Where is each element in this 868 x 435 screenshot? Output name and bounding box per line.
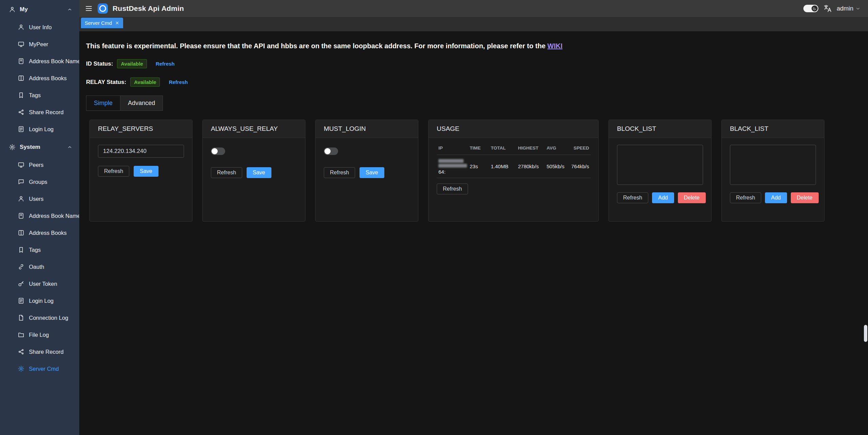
chevron-up-icon[interactable] <box>67 7 72 12</box>
sidebar-item-user-token[interactable]: User Token <box>0 275 79 292</box>
wiki-link[interactable]: WIKI <box>547 42 562 50</box>
sidebar-item-mypeer[interactable]: MyPeer <box>0 36 79 53</box>
save-button[interactable]: Save <box>360 167 384 178</box>
sidebar-item-user-info[interactable]: User Info <box>0 19 79 36</box>
sidebar-item-address-book-names[interactable]: Address Book Names <box>0 207 79 224</box>
refresh-button[interactable]: Refresh <box>324 167 355 178</box>
card-usage: USAGE IP TIME TOTAL <box>428 120 599 222</box>
sidebar-item-share-record-system[interactable]: Share Record <box>0 343 79 360</box>
always-use-relay-toggle[interactable] <box>211 147 225 155</box>
tab-simple[interactable]: Simple <box>86 95 120 111</box>
user-icon <box>18 195 24 202</box>
sidebar-item-connection-log[interactable]: Connection Log <box>0 309 79 326</box>
sidebar-item-server-cmd[interactable]: Server Cmd <box>0 360 79 377</box>
must-login-toggle[interactable] <box>324 147 338 155</box>
books-icon <box>18 75 24 82</box>
sidebar-item-label: Address Book Names <box>29 213 79 219</box>
add-button[interactable]: Add <box>652 192 674 203</box>
sidebar-item-groups[interactable]: Groups <box>0 173 79 190</box>
toggle-knob <box>324 148 331 154</box>
sidebar-section-label: System <box>20 144 40 151</box>
status-badge: Available <box>117 59 147 68</box>
sidebar-item-label: Login Log <box>29 126 54 133</box>
sidebar-item-label: Users <box>29 196 44 202</box>
card-block-list: BLOCK_LIST Refresh Add Delete <box>608 120 712 222</box>
sidebar-item-address-books[interactable]: Address Books <box>0 70 79 87</box>
bookmark-icon <box>18 246 24 253</box>
sidebar-section-label: My <box>20 6 28 13</box>
sidebar-item-login-log[interactable]: Login Log <box>0 121 79 138</box>
block-list-textarea[interactable] <box>617 145 703 185</box>
user-menu[interactable]: admin <box>837 5 861 12</box>
sidebar-item-label: Login Log <box>29 298 54 304</box>
scrollbar-thumb[interactable] <box>864 325 867 342</box>
books-icon <box>18 229 24 236</box>
sidebar-item-label: Tags <box>29 247 41 253</box>
usage-avg-cell: 505kb/s <box>545 155 566 178</box>
tab-advanced[interactable]: Advanced <box>120 95 163 111</box>
id-status-refresh-link[interactable]: Refresh <box>156 61 175 67</box>
chevron-up-icon[interactable] <box>67 144 72 150</box>
card-always-use-relay: ALWAYS_USE_RELAY Refresh Save <box>202 120 305 222</box>
toggle-knob <box>812 5 818 12</box>
save-button[interactable]: Save <box>247 167 271 178</box>
card-title: ALWAYS_USE_RELAY <box>203 120 305 138</box>
monitor-icon <box>18 161 24 168</box>
sidebar-item-label: Groups <box>29 179 47 185</box>
relay-status-label: RELAY Status: <box>86 79 126 86</box>
refresh-button[interactable]: Refresh <box>617 192 648 203</box>
refresh-button[interactable]: Refresh <box>98 166 129 177</box>
toggle-knob <box>212 148 218 154</box>
close-icon[interactable] <box>115 21 119 25</box>
sidebar-item-address-books-system[interactable]: Address Books <box>0 224 79 241</box>
sidebar-item-label: User Info <box>29 24 52 31</box>
add-button[interactable]: Add <box>765 192 787 203</box>
sidebar-section-system[interactable]: System <box>0 138 79 156</box>
usage-ip-tail: 64: <box>438 169 466 175</box>
refresh-button[interactable]: Refresh <box>211 167 242 178</box>
sidebar-item-label: Address Books <box>29 230 67 236</box>
key-icon <box>18 280 24 287</box>
monitor-icon <box>18 41 24 48</box>
sidebar-item-users[interactable]: Users <box>0 190 79 207</box>
usage-highest-cell: 2780kb/s <box>516 155 545 178</box>
sidebar-item-tags-system[interactable]: Tags <box>0 241 79 258</box>
sidebar-item-label: File Log <box>29 332 49 338</box>
relay-status-refresh-link[interactable]: Refresh <box>169 79 188 85</box>
sidebar-item-share-record[interactable]: Share Record <box>0 104 79 121</box>
sidebar-section-my[interactable]: My <box>0 0 79 19</box>
relay-servers-input[interactable] <box>98 145 184 158</box>
document-icon <box>18 314 24 321</box>
gear-icon <box>18 365 24 372</box>
tab-server-cmd[interactable]: Server Cmd <box>81 18 123 28</box>
chevron-down-icon <box>855 6 861 11</box>
notebook-icon <box>18 58 24 65</box>
refresh-button[interactable]: Refresh <box>437 184 468 194</box>
username-label: admin <box>837 5 853 12</box>
sidebar-item-label: Address Book Name <box>29 58 79 65</box>
dark-mode-toggle[interactable] <box>803 5 818 12</box>
sidebar-item-file-log[interactable]: File Log <box>0 326 79 343</box>
card-black-list: BLACK_LIST Refresh Add Delete <box>721 120 824 222</box>
topbar: RustDesk Api Admin admin <box>79 0 868 17</box>
refresh-button[interactable]: Refresh <box>730 192 761 203</box>
sidebar-item-address-book-name[interactable]: Address Book Name <box>0 53 79 70</box>
card-title: BLOCK_LIST <box>609 120 711 138</box>
folder-icon <box>18 331 24 338</box>
redacted-ip-line <box>438 159 464 163</box>
gear-icon <box>9 144 16 151</box>
delete-button[interactable]: Delete <box>791 192 819 203</box>
translate-icon[interactable] <box>823 4 832 13</box>
share-icon <box>18 109 24 116</box>
sidebar-item-login-log-system[interactable]: Login Log <box>0 292 79 309</box>
app-title: RustDesk Api Admin <box>113 4 184 13</box>
save-button[interactable]: Save <box>134 166 158 177</box>
sidebar-item-peers[interactable]: Peers <box>0 156 79 173</box>
sidebar-item-oauth[interactable]: Oauth <box>0 258 79 275</box>
black-list-textarea[interactable] <box>730 145 816 185</box>
delete-button[interactable]: Delete <box>678 192 706 203</box>
hamburger-menu-icon[interactable] <box>85 4 93 13</box>
sidebar-item-tags[interactable]: Tags <box>0 87 79 104</box>
notebook-icon <box>18 212 24 219</box>
sidebar-item-label: Connection Log <box>29 315 68 321</box>
